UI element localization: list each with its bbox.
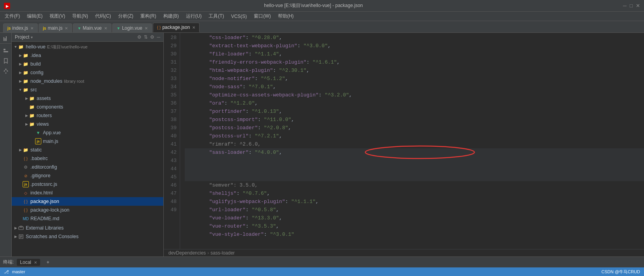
tree-label-build: build [30, 61, 41, 67]
external-libs-icon [18, 225, 24, 231]
tree-routers[interactable]: ▶ 📁 routers [12, 111, 163, 120]
scratches-icon [18, 233, 24, 240]
menu-vcs[interactable]: VCS(S) [228, 13, 250, 20]
tree-app-vue[interactable]: ▶ ▼ App.vue [12, 128, 163, 137]
bottom-bar: 终端: Local ✕ + [0, 256, 644, 267]
tree-scratches[interactable]: ▶ Scratches and Consoles [12, 232, 163, 241]
tree-config[interactable]: ▶ 📁 config [12, 68, 163, 77]
menu-code[interactable]: 代码(C) [92, 12, 114, 20]
gear-icon[interactable]: ⚙ [137, 34, 142, 40]
tab-index-js[interactable]: js index.js ✕ [3, 23, 38, 32]
tab-main-vue[interactable]: ▼ Main.vue ✕ [73, 23, 111, 32]
code-line-46: "url-loader": "^0.5.8", [185, 206, 644, 214]
tab-close-package-json[interactable]: ✕ [192, 25, 195, 30]
tree-package-json[interactable]: ▶ { } package.json [12, 197, 163, 206]
terminal-tab-local[interactable]: Local ✕ [17, 259, 40, 266]
code-line-49: "vue-style-loader": "^3.0.1" [185, 230, 644, 239]
tree-readme[interactable]: ▶ MD README.md [12, 214, 163, 223]
folder-icon-static: 📁 [23, 147, 29, 153]
menu-view[interactable]: 视图(V) [46, 12, 68, 20]
code-line-38: "postcss-import": "^11.0.0", [185, 116, 644, 124]
minimize-button[interactable]: ─ [623, 3, 626, 9]
tab-package-json[interactable]: { } package.json ✕ [153, 23, 200, 32]
tree-external-libs[interactable]: ▶ External Libraries [12, 224, 163, 232]
tree-label-routers: routers [37, 113, 52, 118]
tree-index-html[interactable]: ▶ ◇ index.html [12, 189, 163, 197]
file-tree: ▼ 📁 hello-vue E:\项目\vue\hello-vue ▶ 📁 .i… [12, 42, 163, 256]
tree-root-hello-vue[interactable]: ▼ 📁 hello-vue E:\项目\vue\hello-vue [12, 43, 163, 51]
tree-src[interactable]: ▼ 📁 src [12, 85, 163, 94]
tree-tag-node-modules: library root [64, 79, 84, 84]
tab-main-js[interactable]: js main.js ✕ [39, 23, 72, 32]
code-line-34: "node-sass": "^7.0.1", [185, 83, 644, 91]
tree-views[interactable]: ▶ 📁 views [12, 120, 163, 128]
tree-label-external-libs: External Libraries [26, 225, 64, 231]
svg-rect-2 [4, 37, 4, 41]
tree-label-editorconfig: .editorconfig [30, 164, 57, 170]
tree-components[interactable]: ▶ 📁 components [12, 103, 163, 111]
terminal-close-icon[interactable]: ✕ [34, 260, 37, 265]
menu-nav[interactable]: 导航(N) [69, 12, 91, 20]
tab-label-index-js: index.js [12, 25, 28, 31]
tree-babelrc[interactable]: ▶ { } .babelrc [12, 154, 163, 163]
menu-help[interactable]: 帮助(H) [275, 12, 297, 20]
tab-label-main-vue: Main.vue [83, 25, 102, 31]
tab-close-main-vue[interactable]: ✕ [104, 26, 107, 30]
collapse-icon[interactable]: ─ [157, 34, 160, 40]
svg-rect-4 [6, 36, 7, 41]
breadcrumb-item-2[interactable]: sass-loader [211, 250, 235, 256]
code-line-41: "rimraf": ^2.6.0, [185, 140, 644, 148]
tree-idea[interactable]: ▶ 📁 .idea [12, 51, 163, 60]
sync-icon[interactable]: ⇅ [144, 34, 148, 40]
title-bar: ▶ hello-vue [E:\项目\vue\hello-vue] - pack… [0, 0, 644, 12]
menu-window[interactable]: 窗口(W) [251, 12, 274, 20]
menu-analyze[interactable]: 分析(Z) [115, 12, 136, 20]
tab-close-index-js[interactable]: ✕ [30, 26, 34, 30]
bookmark-icon[interactable] [1, 56, 11, 66]
tree-package-lock[interactable]: ▶ { } package-lock.json [12, 206, 163, 214]
project-icon[interactable] [1, 46, 11, 55]
tab-close-main-js[interactable]: ✕ [65, 26, 68, 30]
folder-icon-build: 📁 [23, 61, 29, 67]
folder-icon-idea: 📁 [23, 52, 29, 59]
code-lines[interactable]: "css-loader": "^0.28.0", "extract-text-w… [180, 33, 644, 249]
tree-gitignore[interactable]: ▶ ⊘ .gitignore [12, 171, 163, 180]
tree-main-js-file[interactable]: ▶ js main.js [12, 137, 163, 146]
code-line-30: "file-loader": "^1.1.4", [185, 50, 644, 58]
menu-edit[interactable]: 编辑(E) [24, 12, 46, 20]
tree-arrow-root: ▼ [13, 45, 18, 49]
tab-close-login-vue[interactable]: ✕ [145, 26, 148, 30]
app-logo: ▶ [4, 3, 10, 9]
tree-assets[interactable]: ▶ 📁 assets [12, 94, 163, 103]
menu-refactor[interactable]: 重构(R) [137, 12, 159, 20]
menu-bar: 文件(F) 编辑(E) 视图(V) 导航(N) 代码(C) 分析(Z) 重构(R… [0, 12, 644, 21]
structure-icon[interactable] [1, 66, 11, 76]
project-dropdown-icon[interactable]: ▾ [31, 35, 33, 39]
menu-file[interactable]: 文件(F) [2, 12, 23, 20]
window-title: hello-vue [E:\项目\vue\hello-vue] - packag… [264, 2, 363, 9]
menu-tools[interactable]: 工具(T) [205, 12, 227, 20]
title-bar-left: ▶ [4, 3, 10, 9]
tab-login-vue[interactable]: ▼ Login.vue ✕ [112, 23, 152, 32]
js-file-icon: js [35, 138, 41, 144]
svg-point-8 [4, 71, 5, 72]
terminal-add-button[interactable]: + [43, 259, 52, 266]
settings-icon[interactable]: ⚙ [150, 34, 154, 40]
gitignore-icon: ⊘ [23, 173, 29, 179]
maximize-button[interactable]: □ [630, 3, 633, 9]
tab-bar: js index.js ✕ js main.js ✕ ▼ Main.vue ✕ … [0, 21, 644, 33]
tree-build[interactable]: ▶ 📁 build [12, 60, 163, 68]
tree-postcssrc[interactable]: ▶ js .postcssrc.js [12, 180, 163, 189]
sidebar-icon-1[interactable] [0, 34, 11, 44]
svg-rect-3 [5, 38, 5, 41]
tree-node-modules[interactable]: ▶ 📁 node_modules library root [12, 77, 163, 85]
tree-arrow-routers: ▶ [24, 113, 29, 118]
breadcrumb-item-1[interactable]: devDependencies [168, 250, 206, 256]
svg-rect-5 [4, 49, 5, 50]
tree-editorconfig[interactable]: ▶ ⚙ .editorconfig [12, 163, 163, 171]
menu-run[interactable]: 运行(U) [183, 12, 205, 20]
tree-static[interactable]: ▶ 📁 static [12, 146, 163, 154]
svg-point-7 [5, 69, 6, 70]
close-button[interactable]: ✕ [636, 3, 640, 9]
menu-build[interactable]: 构建(B) [160, 12, 182, 20]
